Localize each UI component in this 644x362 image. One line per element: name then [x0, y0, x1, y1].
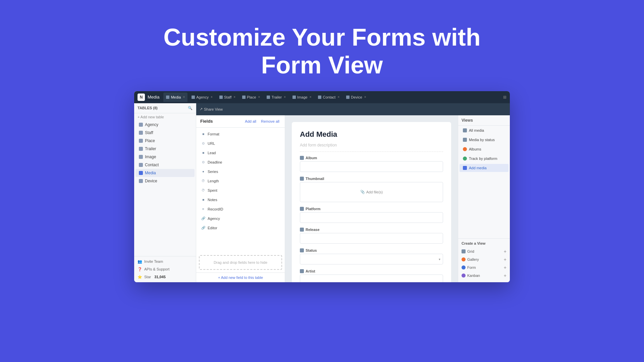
fields-list: ■ Format ⊙ URL ■ Lead ⊙ [196, 128, 285, 252]
platform-input[interactable] [300, 212, 443, 223]
create-view-label: Create a View [462, 241, 506, 245]
tab-trailer[interactable]: Trailer × [264, 93, 288, 102]
tab-close-contact[interactable]: × [337, 95, 339, 99]
status-select[interactable] [300, 254, 443, 264]
apis-icon: ❓ [138, 267, 142, 272]
tab-close-trailer[interactable]: × [284, 95, 286, 99]
tab-icon-agency [192, 96, 195, 99]
tab-device[interactable]: Device × [343, 93, 369, 102]
expand-icon[interactable]: ⊞ [503, 95, 506, 100]
create-view-section: Create a View Grid + Gallery [458, 238, 510, 282]
release-input[interactable] [300, 233, 443, 244]
sidebar-item-contact[interactable]: Contact [136, 161, 195, 169]
search-icon[interactable]: 🔍 [188, 106, 193, 110]
field-item-recordid[interactable]: ≡ RecordID [198, 205, 283, 214]
tab-icon-contact [318, 96, 321, 99]
field-icon-notes: ■ [201, 197, 206, 202]
add-field-button[interactable]: + Add new field to this table [196, 273, 285, 282]
thumbnail-upload[interactable]: 📎 Add file(s) [300, 182, 443, 202]
table-icon-contact [139, 163, 143, 167]
create-gallery-view[interactable]: Gallery + [462, 255, 506, 263]
view-add-media[interactable]: Add media [460, 164, 508, 172]
invite-icon: 👥 [138, 259, 142, 264]
tab-media[interactable]: Media × [163, 93, 187, 102]
field-item-spent[interactable]: ⏱ Spent [198, 186, 283, 195]
tab-place[interactable]: Place × [239, 93, 263, 102]
status-label: Status [300, 248, 443, 252]
grid-view-icon [462, 249, 466, 253]
add-form-icon[interactable]: + [504, 265, 506, 270]
field-item-deadline[interactable]: ⊙ Deadline [198, 158, 283, 167]
tab-icon-device [346, 96, 350, 99]
platform-icon [300, 207, 304, 211]
view-all-media[interactable]: All media [460, 126, 508, 134]
create-form-view[interactable]: Form + [462, 263, 506, 272]
tab-close-device[interactable]: × [364, 95, 366, 99]
apis-support-button[interactable]: ❓ APIs & Support [138, 266, 193, 273]
form-title: Add Media [300, 130, 443, 139]
tab-agency[interactable]: Agency × [189, 93, 215, 102]
field-icon-url: ⊙ [201, 141, 206, 146]
add-kanban-icon[interactable]: + [504, 273, 506, 278]
remove-all-button[interactable]: Remove all [260, 119, 281, 124]
form-description-placeholder[interactable]: Add form description [300, 141, 443, 152]
tab-staff[interactable]: Staff × [217, 93, 238, 102]
star-button[interactable]: ⭐ Star 31,045 [138, 274, 193, 280]
add-gallery-icon[interactable]: + [504, 257, 506, 262]
field-item-series[interactable]: ● Series [198, 167, 283, 176]
view-icon-track-platform [463, 157, 467, 161]
tab-close-media[interactable]: × [183, 95, 185, 99]
share-view-button[interactable]: ↗ Share View [200, 107, 223, 111]
view-track-platform[interactable]: Track by platform [460, 155, 508, 163]
sidebar-header: TABLES (8) 🔍 [134, 103, 196, 113]
add-table-button[interactable]: + Add new table [134, 113, 196, 121]
tab-close-agency[interactable]: × [211, 95, 213, 99]
form-field-platform: Platform [300, 207, 443, 223]
view-icon-add-media [463, 166, 467, 170]
sidebar-item-agency[interactable]: Agency [136, 121, 195, 129]
album-input[interactable] [300, 161, 443, 172]
form-field-artist: Artist [300, 269, 443, 282]
tab-close-place[interactable]: × [258, 95, 260, 99]
tables-label: TABLES (8) [138, 106, 158, 110]
right-sidebar: Views All media Media by status Albums [458, 115, 510, 282]
view-media-by-status[interactable]: Media by status [460, 136, 508, 144]
field-item-url[interactable]: ⊙ URL [198, 139, 283, 148]
field-item-format[interactable]: ■ Format [198, 130, 283, 138]
field-item-editor[interactable]: 🔗 Editor [198, 224, 283, 232]
add-all-button[interactable]: Add all [244, 119, 258, 124]
sidebar-item-trailer[interactable]: Trailer [136, 145, 195, 153]
table-icon-staff [139, 131, 143, 135]
sidebar-item-staff[interactable]: Staff [136, 129, 195, 137]
field-item-lead[interactable]: ■ Lead [198, 148, 283, 157]
table-icon-image [139, 155, 143, 159]
add-grid-icon[interactable]: + [504, 249, 506, 254]
tab-image[interactable]: Image × [290, 93, 314, 102]
tab-close-image[interactable]: × [310, 95, 312, 99]
invite-team-button[interactable]: 👥 Invite Team [138, 258, 193, 265]
field-icon-editor: 🔗 [201, 226, 206, 230]
tab-icon-media [166, 96, 169, 99]
field-item-notes[interactable]: ■ Notes [198, 195, 283, 204]
left-sidebar: TABLES (8) 🔍 + Add new table Agency Staf… [134, 103, 196, 282]
create-kanban-view[interactable]: Kanban + [462, 272, 506, 280]
field-item-length[interactable]: ⏱ Length [198, 177, 283, 185]
release-icon [300, 228, 304, 232]
form-card: Add Media Add form description Album [292, 122, 451, 282]
album-label: Album [300, 156, 443, 160]
app-name[interactable]: Media [148, 95, 159, 100]
sidebar-item-media[interactable]: Media [136, 169, 195, 177]
app-container: N Media Media × Agency × Staff × Place ×… [134, 91, 510, 282]
sidebar-item-place[interactable]: Place [136, 137, 195, 145]
sidebar-item-image[interactable]: Image [136, 153, 195, 161]
status-icon [300, 248, 304, 252]
thumbnail-icon [300, 177, 304, 181]
sidebar-item-device[interactable]: Device [136, 177, 195, 185]
tab-contact[interactable]: Contact × [315, 93, 342, 102]
artist-input[interactable] [300, 275, 443, 282]
field-item-agency[interactable]: 🔗 Agency [198, 214, 283, 223]
create-grid-view[interactable]: Grid + [462, 247, 506, 255]
star-icon: ⭐ [138, 275, 142, 279]
tab-close-staff[interactable]: × [233, 95, 235, 99]
view-albums[interactable]: Albums [460, 145, 508, 153]
